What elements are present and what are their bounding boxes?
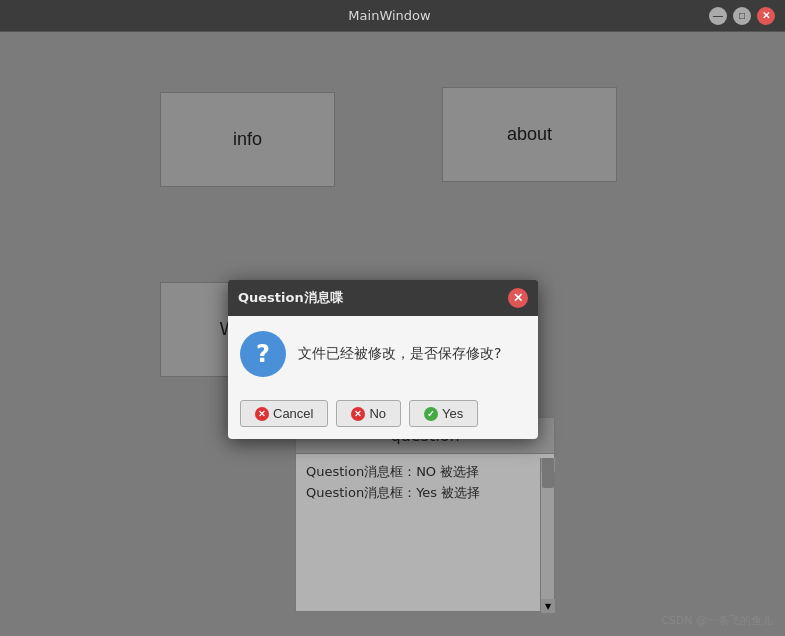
cancel-label: Cancel — [273, 406, 313, 421]
dialog-buttons: ✕ Cancel ✕ No ✓ Yes — [228, 392, 538, 439]
watermark: CSDN @一条飞的鱼儿 — [661, 613, 773, 628]
dialog-yes-button[interactable]: ✓ Yes — [409, 400, 478, 427]
maximize-button[interactable]: □ — [733, 7, 751, 25]
question-dialog: Question消息喋 ✕ ? 文件已经被修改，是否保存修改? ✕ Cancel… — [228, 280, 538, 439]
window-title: MainWindow — [70, 8, 709, 23]
dialog-question-icon: ? — [240, 331, 286, 377]
no-label: No — [369, 406, 386, 421]
main-area: info about Wa...al question Question消息框：… — [0, 32, 785, 636]
dialog-title-bar: Question消息喋 ✕ — [228, 280, 538, 316]
minimize-button[interactable]: — — [709, 7, 727, 25]
dialog-message: 文件已经被修改，是否保存修改? — [298, 345, 523, 363]
dialog-cancel-button[interactable]: ✕ Cancel — [240, 400, 328, 427]
dialog-no-button[interactable]: ✕ No — [336, 400, 401, 427]
yes-label: Yes — [442, 406, 463, 421]
no-icon: ✕ — [351, 407, 365, 421]
cancel-icon: ✕ — [255, 407, 269, 421]
title-bar: MainWindow — □ ✕ — [0, 0, 785, 32]
yes-icon: ✓ — [424, 407, 438, 421]
window-close-button[interactable]: ✕ — [757, 7, 775, 25]
window-controls: — □ ✕ — [709, 7, 775, 25]
dialog-body: ? 文件已经被修改，是否保存修改? — [228, 316, 538, 392]
dialog-title: Question消息喋 — [238, 289, 343, 307]
dialog-close-button[interactable]: ✕ — [508, 288, 528, 308]
